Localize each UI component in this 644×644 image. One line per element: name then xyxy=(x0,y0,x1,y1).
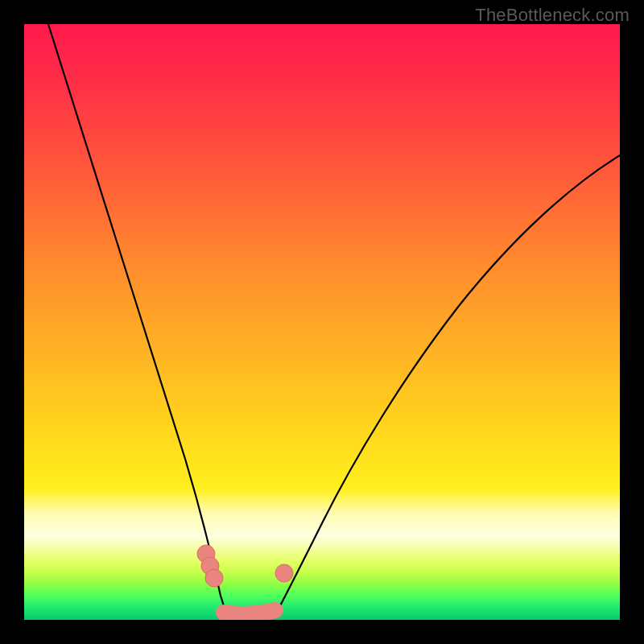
plot-area xyxy=(24,24,620,620)
marker-dot-right xyxy=(275,564,293,582)
marker-dot-left-3 xyxy=(205,569,223,587)
curve-right xyxy=(274,155,620,617)
curve-layer xyxy=(24,24,620,620)
marker-floor-segment xyxy=(224,610,275,614)
curve-left xyxy=(48,24,227,616)
watermark-text: TheBottleneck.com xyxy=(475,5,630,26)
chart-stage: TheBottleneck.com xyxy=(0,0,644,644)
